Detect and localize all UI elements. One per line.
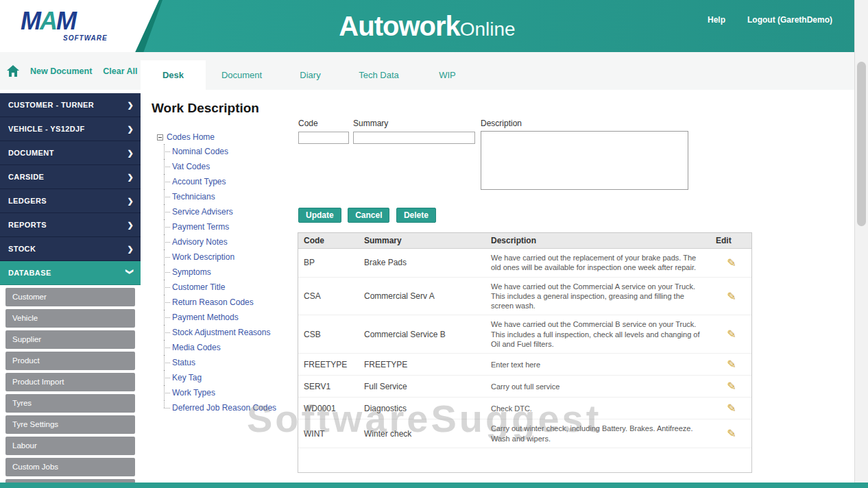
cancel-button[interactable]: Cancel: [348, 208, 389, 223]
row-code: WD0001: [298, 398, 359, 419]
column-header-summary: Summary: [359, 233, 485, 249]
chevron-right-icon: ❯: [127, 165, 134, 189]
tree-item-payment-methods[interactable]: Payment Methods: [171, 310, 301, 325]
help-link[interactable]: Help: [708, 15, 725, 25]
edit-pencil-icon[interactable]: ✎: [727, 358, 736, 371]
update-button[interactable]: Update: [298, 208, 341, 223]
row-code: SERV1: [298, 376, 359, 398]
tree-item-work-types[interactable]: Work Types: [171, 385, 301, 400]
description-textarea[interactable]: [481, 131, 688, 190]
row-summary: Full Service: [359, 376, 485, 398]
edit-pencil-icon[interactable]: ✎: [727, 256, 736, 269]
tree-item-return-reason-codes[interactable]: Return Reason Codes: [171, 295, 301, 310]
logout-link[interactable]: Logout (GarethDemo): [747, 15, 832, 25]
tree-item-account-types[interactable]: Account Types: [171, 174, 301, 189]
tab-wip[interactable]: WIP: [415, 60, 480, 90]
sidebar-subitem-vehicle[interactable]: Vehicle: [5, 309, 135, 328]
tree-item-key-tag[interactable]: Key Tag: [171, 370, 301, 385]
row-code: CSB: [298, 315, 359, 354]
row-description: Carry out winter check, including Batter…: [485, 419, 710, 448]
tab-diary[interactable]: Diary: [278, 60, 343, 90]
codes-table-container: Code Summary Description Edit BP Brake P…: [298, 232, 752, 473]
clear-all-link[interactable]: Clear All: [103, 66, 137, 76]
row-summary: Winter check: [359, 419, 485, 448]
sidebar-subitem-tyre-settings[interactable]: Tyre Settings: [5, 415, 135, 434]
summary-input[interactable]: [353, 132, 475, 144]
tree-root-codes-home[interactable]: Codes Home: [157, 132, 301, 142]
page-title: Work Description: [152, 101, 259, 116]
scrollbar-thumb[interactable]: [857, 62, 866, 226]
sidebar-subitem-product[interactable]: Product: [5, 352, 135, 370]
sidebar: CUSTOMER - TURNER❯ VEHICLE - YS12DJF❯ DO…: [0, 90, 141, 483]
edit-pencil-icon[interactable]: ✎: [727, 380, 736, 393]
tree-item-payment-terms[interactable]: Payment Terms: [171, 219, 301, 234]
scrollbar[interactable]: [854, 0, 868, 483]
tree-item-status[interactable]: Status: [171, 355, 301, 370]
sidebar-item-stock[interactable]: STOCK❯: [0, 237, 141, 261]
row-description: We have carried out the Commercial A ser…: [485, 277, 710, 315]
edit-pencil-icon[interactable]: ✎: [727, 328, 736, 341]
mam-logo-subtext: SOFTWARE: [63, 34, 108, 42]
sidebar-item-customer-turner[interactable]: CUSTOMER - TURNER❯: [0, 93, 141, 117]
chevron-right-icon: ❯: [127, 189, 134, 213]
tree-item-advisory-notes[interactable]: Advisory Notes: [171, 234, 301, 249]
tree-item-vat-codes[interactable]: Vat Codes: [171, 159, 301, 174]
app-header: MAM SOFTWARE AutoworkOnline Help Logout …: [0, 0, 854, 52]
tab-document[interactable]: Document: [206, 60, 278, 90]
tab-tech-data[interactable]: Tech Data: [343, 60, 415, 90]
tree-item-stock-adjustment-reasons[interactable]: Stock Adjustment Reasons: [171, 325, 301, 340]
sidebar-subitem-customer[interactable]: Customer: [5, 288, 135, 306]
sidebar-subitem-custom-jobs[interactable]: Custom Jobs: [5, 458, 135, 476]
tree-item-symptoms[interactable]: Symptoms: [171, 265, 301, 280]
sidebar-item-carside[interactable]: CARSIDE❯: [0, 165, 141, 189]
column-header-code: Code: [298, 233, 359, 249]
sidebar-item-reports[interactable]: REPORTS❯: [0, 213, 141, 237]
summary-label: Summary: [353, 119, 475, 128]
row-summary: Brake Pads: [359, 249, 485, 278]
new-document-link[interactable]: New Document: [30, 66, 92, 76]
sidebar-subitem-labour[interactable]: Labour: [5, 437, 135, 455]
tree-item-nominal-codes[interactable]: Nominal Codes: [171, 144, 301, 159]
tree-item-technicians[interactable]: Technicians: [171, 189, 301, 204]
mam-logo-text: MAM: [21, 7, 75, 36]
tree-item-deferred-job-reason-codes[interactable]: Deferred Job Reason Codes: [171, 400, 301, 415]
table-row: CSB Commercial Service B We have carried…: [298, 315, 752, 354]
tree-item-media-codes[interactable]: Media Codes: [171, 340, 301, 355]
tab-bar: Desk Document Diary Tech Data WIP: [141, 60, 480, 90]
table-row: CSA Commercial Serv A We have carried ou…: [298, 277, 752, 315]
app-title-light: Online: [460, 19, 516, 40]
column-header-edit: Edit: [710, 233, 752, 249]
toolbar-left: New Document Clear All: [7, 52, 138, 90]
home-icon[interactable]: [7, 65, 19, 77]
code-label: Code: [298, 119, 349, 128]
sidebar-item-document[interactable]: DOCUMENT❯: [0, 141, 141, 165]
tab-desk[interactable]: Desk: [141, 60, 206, 90]
tree-item-service-advisers[interactable]: Service Advisers: [171, 204, 301, 219]
sidebar-subitem-tyres[interactable]: Tyres: [5, 394, 135, 413]
collapse-icon[interactable]: [157, 134, 163, 141]
main-content: Work Description Codes Home Nominal Code…: [141, 90, 854, 483]
table-row: FREETYPE FREETYPE Enter text here ✎: [298, 354, 752, 376]
sidebar-item-database[interactable]: DATABASE❯: [0, 261, 141, 285]
row-summary: Commercial Serv A: [359, 277, 485, 315]
edit-pencil-icon[interactable]: ✎: [727, 402, 736, 415]
edit-pencil-icon[interactable]: ✎: [727, 427, 736, 440]
row-summary: FREETYPE: [359, 354, 485, 376]
row-summary: Commercial Service B: [359, 315, 485, 354]
header-links: Help Logout (GarethDemo): [708, 15, 832, 25]
tree-item-customer-title[interactable]: Customer Title: [171, 280, 301, 295]
sidebar-item-vehicle[interactable]: VEHICLE - YS12DJF❯: [0, 117, 141, 141]
code-input[interactable]: [298, 132, 349, 144]
delete-button[interactable]: Delete: [396, 208, 436, 223]
sidebar-subitem-supplier[interactable]: Supplier: [5, 330, 135, 349]
edit-pencil-icon[interactable]: ✎: [727, 290, 736, 303]
table-row: BP Brake Pads We have carried out the re…: [298, 249, 752, 278]
app-title-bold: Autowork: [339, 11, 459, 41]
codes-tree: Codes Home Nominal Codes Vat Codes Accou…: [157, 132, 301, 415]
table-row: WINT Winter check Carry out winter check…: [298, 419, 752, 448]
tree-item-work-description[interactable]: Work Description: [171, 249, 301, 265]
mam-logo: MAM SOFTWARE: [0, 0, 159, 52]
sidebar-item-ledgers[interactable]: LEDGERS❯: [0, 189, 141, 213]
sidebar-subitem-product-import[interactable]: Product Import: [5, 373, 135, 391]
chevron-right-icon: ❯: [127, 93, 134, 117]
